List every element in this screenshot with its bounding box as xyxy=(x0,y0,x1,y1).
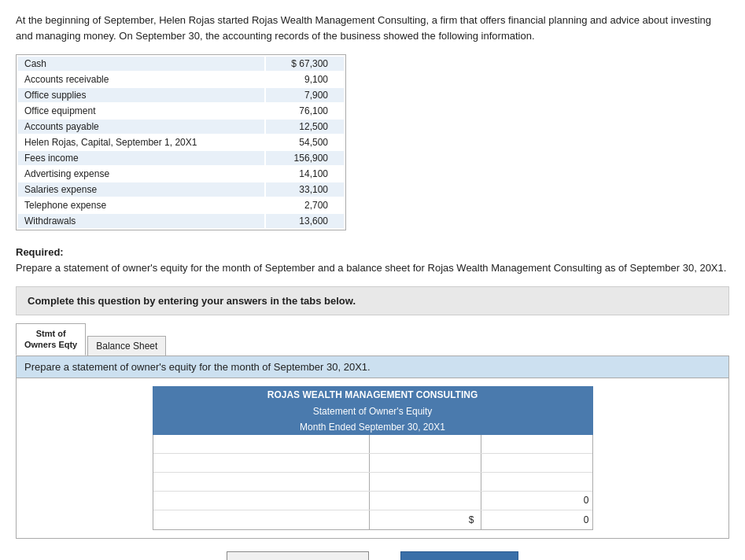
statement-period: Month Ended September 30, 20X1 xyxy=(153,419,593,435)
statement-body: 0 $ 0 xyxy=(153,435,593,530)
accounting-row-value-0: $ 67,300 xyxy=(266,57,344,71)
stmt-row-1-right[interactable] xyxy=(481,435,592,453)
stmt-row-1-mid-input[interactable] xyxy=(373,437,478,448)
stmt-row-2-input[interactable] xyxy=(157,455,366,466)
required-label: Required: xyxy=(16,246,64,258)
stmt-row-1-mid[interactable] xyxy=(370,435,481,453)
stmt-row-1-input[interactable] xyxy=(157,437,366,448)
statement-container: ROJAS WEALTH MANAGEMENT CONSULTING State… xyxy=(153,386,593,530)
stmt-row-3-mid[interactable] xyxy=(370,473,481,491)
accounting-row-value-5: 54,500 xyxy=(266,135,344,149)
tab-stmt-owners-equity[interactable]: Stmt ofOwners Eqty xyxy=(16,323,86,356)
stmt-row-4-label[interactable] xyxy=(153,492,370,510)
stmt-row-4-right: 0 xyxy=(481,492,592,510)
tab-balance-sheet[interactable]: Balance Sheet xyxy=(87,336,166,356)
accounting-row-value-6: 156,900 xyxy=(266,151,344,165)
required-section: Required: Prepare a statement of owner's… xyxy=(16,245,729,275)
stmt-row-4: 0 xyxy=(153,492,592,510)
stmt-row-3-mid-input[interactable] xyxy=(373,474,478,485)
tabs-container: Stmt ofOwners Eqty Balance Sheet xyxy=(16,323,729,356)
stmt-row-5-label[interactable] xyxy=(153,510,370,529)
stmt-row-4-mid[interactable] xyxy=(370,492,481,510)
accounting-row-value-7: 14,100 xyxy=(266,167,344,181)
accounting-row-value-4: 12,500 xyxy=(266,120,344,134)
tab-panel: Prepare a statement of owner's equity fo… xyxy=(16,356,729,539)
accounting-row-value-10: 13,600 xyxy=(266,214,344,228)
tab-panel-description: Prepare a statement of owner's equity fo… xyxy=(17,356,728,378)
stmt-row-3-right-input[interactable] xyxy=(485,474,589,485)
accounting-data-table: Cash$ 67,300Accounts receivable9,100Offi… xyxy=(16,54,346,230)
prev-button[interactable]: < Stmt of Owners Eqty xyxy=(227,551,368,560)
stmt-row-2-right[interactable] xyxy=(481,454,592,472)
statement-title: Statement of Owner's Equity xyxy=(153,403,593,419)
accounting-row-value-3: 76,100 xyxy=(266,104,344,118)
accounting-row-label-1: Accounts receivable xyxy=(18,72,264,87)
accounting-row-label-6: Fees income xyxy=(18,151,264,165)
accounting-row-label-9: Telephone expense xyxy=(18,198,264,212)
stmt-row-5: $ 0 xyxy=(153,510,592,529)
stmt-row-5-input[interactable] xyxy=(157,512,366,523)
instruction-box: Complete this question by entering your … xyxy=(16,286,729,315)
stmt-row-5-right: 0 xyxy=(481,510,592,529)
accounting-row-label-0: Cash xyxy=(18,57,264,71)
stmt-row-2-mid-input[interactable] xyxy=(373,455,478,466)
nav-buttons: < Stmt of Owners Eqty Balance Sheet > xyxy=(16,551,729,560)
stmt-row-3 xyxy=(153,473,592,492)
stmt-row-3-label[interactable] xyxy=(153,473,370,491)
tab-balance-sheet-label: Balance Sheet xyxy=(96,341,157,352)
stmt-row-3-input[interactable] xyxy=(157,474,366,485)
next-button[interactable]: Balance Sheet > xyxy=(400,551,518,560)
accounting-row-value-9: 2,700 xyxy=(266,198,344,212)
accounting-row-value-2: 7,900 xyxy=(266,88,344,102)
stmt-row-1-label[interactable] xyxy=(153,435,370,453)
stmt-row-2-label[interactable] xyxy=(153,454,370,472)
accounting-row-label-8: Salaries expense xyxy=(18,182,264,197)
accounting-row-label-5: Helen Rojas, Capital, September 1, 20X1 xyxy=(18,135,264,149)
accounting-row-label-4: Accounts payable xyxy=(18,120,264,134)
statement-company: ROJAS WEALTH MANAGEMENT CONSULTING xyxy=(153,386,593,403)
stmt-row-5-mid: $ xyxy=(370,510,481,529)
stmt-row-2 xyxy=(153,454,592,473)
accounting-row-label-3: Office equipment xyxy=(18,104,264,118)
stmt-row-1 xyxy=(153,435,592,454)
required-text: Prepare a statement of owner's equity fo… xyxy=(16,262,726,274)
accounting-row-label-7: Advertising expense xyxy=(18,167,264,181)
stmt-row-4-mid-input[interactable] xyxy=(373,493,478,504)
accounting-row-value-1: 9,100 xyxy=(266,72,344,87)
intro-paragraph: At the beginning of September, Helen Roj… xyxy=(16,13,729,43)
accounting-row-value-8: 33,100 xyxy=(266,182,344,197)
stmt-row-2-mid[interactable] xyxy=(370,454,481,472)
stmt-row-4-input[interactable] xyxy=(157,493,366,504)
accounting-row-label-2: Office supplies xyxy=(18,88,264,102)
stmt-row-3-right[interactable] xyxy=(481,473,592,491)
stmt-row-1-right-input[interactable] xyxy=(485,437,589,448)
accounting-row-label-10: Withdrawals xyxy=(18,214,264,228)
stmt-row-2-right-input[interactable] xyxy=(485,455,589,466)
dollar-sign: $ xyxy=(469,514,474,525)
